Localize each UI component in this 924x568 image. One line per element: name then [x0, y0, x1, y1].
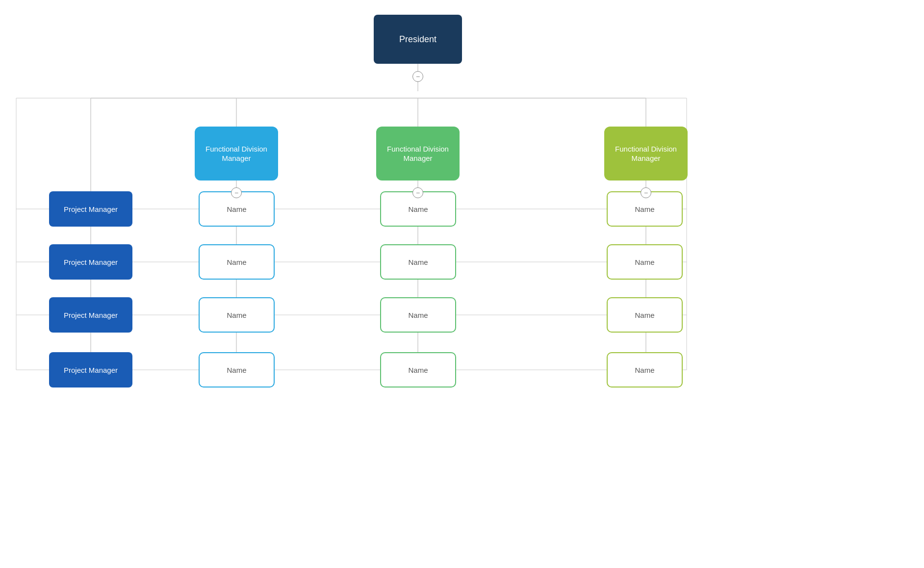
- name-label: Name: [635, 311, 654, 319]
- name-fdm2-row2[interactable]: Name: [380, 244, 456, 280]
- name-fdm3-row2[interactable]: Name: [607, 244, 683, 280]
- fdm-node-1[interactable]: Functional DivisionManager: [195, 127, 278, 181]
- name-fdm1-row2[interactable]: Name: [199, 244, 275, 280]
- pm-node-2[interactable]: Project Manager: [49, 244, 132, 280]
- name-label: Name: [408, 311, 428, 319]
- name-label: Name: [635, 366, 654, 374]
- name-label: Name: [408, 366, 428, 374]
- pm1-label: Project Manager: [64, 205, 118, 213]
- name-label: Name: [227, 258, 246, 266]
- name-label: Name: [635, 205, 654, 213]
- fdm1-label: Functional DivisionManager: [205, 144, 267, 163]
- name-fdm1-row4[interactable]: Name: [199, 352, 275, 387]
- pm-node-1[interactable]: Project Manager: [49, 191, 132, 227]
- fdm3-label: Functional DivisionManager: [615, 144, 677, 163]
- pm-node-4[interactable]: Project Manager: [49, 352, 132, 387]
- fdm2-collapse-icon[interactable]: −: [412, 187, 423, 198]
- pm-node-3[interactable]: Project Manager: [49, 297, 132, 333]
- org-chart: President − Functional DivisionManager −…: [0, 0, 924, 568]
- name-fdm3-row3[interactable]: Name: [607, 297, 683, 333]
- name-label: Name: [408, 205, 428, 213]
- name-label: Name: [408, 258, 428, 266]
- fdm-node-3[interactable]: Functional DivisionManager: [604, 127, 688, 181]
- fdm3-collapse-icon[interactable]: −: [641, 187, 651, 198]
- name-label: Name: [635, 258, 654, 266]
- fdm1-collapse-icon[interactable]: −: [231, 187, 242, 198]
- name-label: Name: [227, 311, 246, 319]
- name-fdm3-row4[interactable]: Name: [607, 352, 683, 387]
- pm3-label: Project Manager: [64, 311, 118, 319]
- president-node[interactable]: President: [374, 15, 462, 64]
- pm2-label: Project Manager: [64, 258, 118, 266]
- fdm2-label: Functional DivisionManager: [387, 144, 449, 163]
- pm4-label: Project Manager: [64, 366, 118, 374]
- president-collapse-icon[interactable]: −: [412, 71, 423, 82]
- connectors-svg: [0, 0, 924, 568]
- name-label: Name: [227, 205, 246, 213]
- name-fdm2-row3[interactable]: Name: [380, 297, 456, 333]
- president-label: President: [399, 34, 436, 45]
- name-fdm1-row3[interactable]: Name: [199, 297, 275, 333]
- fdm-node-2[interactable]: Functional DivisionManager: [376, 127, 460, 181]
- name-fdm2-row4[interactable]: Name: [380, 352, 456, 387]
- name-label: Name: [227, 366, 246, 374]
